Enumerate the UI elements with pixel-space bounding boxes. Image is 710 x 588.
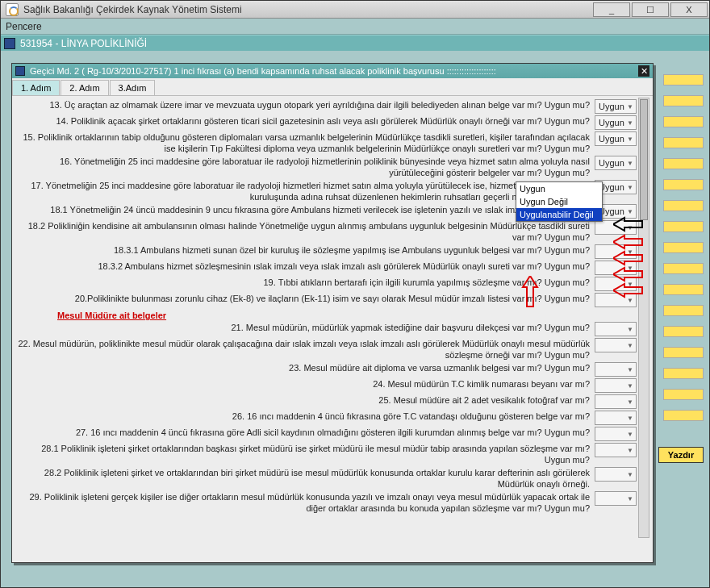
dropdown-option-uygun[interactable]: Uygun [516, 182, 602, 195]
tab-1[interactable]: 1. Adım [12, 80, 60, 95]
chevron-down-icon: ▼ [626, 341, 634, 349]
tab-3[interactable]: 3.Adım [110, 80, 156, 95]
dropdown-option-uygun-degil[interactable]: Uygun Değil [516, 195, 602, 208]
answer-select[interactable]: Uygun▼ [595, 99, 637, 114]
answer-select[interactable]: ▼ [595, 362, 637, 377]
bg-field [663, 95, 704, 106]
question-row: 25. Mesul müdüre ait 2 adet vesikalık fo… [17, 394, 637, 409]
annotation-arrow-red [613, 250, 644, 266]
question-text: 18.1 Yönetmeliğin 24 üncü maddesinin 9 u… [17, 204, 595, 215]
annotation-arrow-black [613, 216, 644, 232]
select-value: Uygun [599, 134, 624, 144]
chevron-down-icon: ▼ [626, 430, 634, 438]
answer-select[interactable]: Uygun▼ [595, 156, 637, 170]
question-row: 21. Mesul müdürün, müdürlük yapmak isted… [17, 322, 637, 336]
chevron-down-icon: ▼ [626, 183, 634, 191]
bg-field [663, 347, 704, 358]
svg-marker-3 [613, 268, 642, 281]
chevron-down-icon: ▼ [626, 207, 634, 215]
question-text: 18.2 Polikliniğin kendisine ait ambulans… [17, 220, 595, 243]
chevron-down-icon: ▼ [626, 398, 634, 406]
bg-field [663, 368, 704, 379]
subwindow-icon [4, 38, 15, 49]
bg-field [663, 305, 704, 316]
answer-select[interactable]: ▼ [595, 378, 637, 393]
chevron-down-icon: ▼ [626, 325, 634, 333]
bg-field [663, 242, 704, 253]
minimize-button[interactable]: _ [593, 2, 630, 17]
dialog-icon [15, 66, 25, 76]
menu-pencere[interactable]: Pencere [6, 21, 42, 32]
chevron-down-icon: ▼ [626, 494, 634, 503]
java-icon [6, 3, 19, 16]
bg-field [663, 179, 704, 190]
svg-marker-5 [523, 276, 537, 307]
bg-field [663, 116, 704, 127]
question-text: 28.1 Poliklinik işleteni şirket ortaklar… [17, 443, 595, 465]
question-text: 21. Mesul müdürün, müdürlük yapmak isted… [17, 322, 595, 333]
bg-field [663, 263, 704, 274]
bg-field [663, 158, 704, 169]
question-row: 28.1 Poliklinik işleteni şirket ortaklar… [17, 443, 637, 465]
dialog-close-button[interactable]: ✕ [638, 65, 649, 77]
dropdown-option-uygulanabilir-degil[interactable]: Uygulanabilir Değil [516, 208, 602, 221]
question-text: 18.3.1 Ambulans hizmeti sunan özel bir k… [17, 244, 595, 256]
chevron-down-icon: ▼ [626, 414, 634, 422]
question-row: 22. Mesul müdürün, poliklinikte mesul mü… [17, 338, 637, 361]
chevron-down-icon: ▼ [626, 102, 634, 111]
question-row: 29. Poliklinik işleteni gerçek kişiler i… [17, 491, 637, 514]
chevron-down-icon: ▼ [626, 119, 634, 127]
question-row: 16. Yönetmeliğin 25 inci maddesine göre … [17, 156, 637, 178]
question-text: 16. Yönetmeliğin 25 inci maddesine göre … [17, 156, 595, 178]
question-text: 17. Yönetmeliğin 25 inci maddesine göre … [17, 180, 595, 202]
answer-select[interactable]: ▼ [595, 338, 637, 352]
select-value: Uygun [599, 158, 624, 168]
question-row: 24. Mesul müdürün T.C kimlik numarası be… [17, 378, 637, 393]
question-row: 18.3.1 Ambulans hizmeti sunan özel bir k… [17, 244, 637, 259]
question-text: 24. Mesul müdürün T.C kimlik numarası be… [17, 378, 595, 390]
question-text: 22. Mesul müdürün, poliklinikte mesul mü… [17, 338, 595, 361]
dropdown-list[interactable]: Uygun Uygun Değil Uygulanabilir Değil [516, 181, 603, 222]
dialog-title: Geçici Md. 2 ( Rg-10/3/2010-27517) 1 inc… [30, 66, 496, 76]
scroll-thumb[interactable] [640, 99, 648, 220]
question-text: 18.3.2 Ambulans hizmet sözleşmesinin ısl… [17, 261, 595, 272]
dialog-title-bar: Geçici Md. 2 ( Rg-10/3/2010-27517) 1 inc… [12, 64, 653, 78]
question-row: 14. Poliklinik açacak şirket ortaklarını… [17, 115, 637, 130]
tabs: 1. Adım 2. Adım 3.Adım [12, 80, 653, 96]
answer-select[interactable]: ▼ [595, 322, 637, 336]
answer-select[interactable]: Uygun▼ [595, 115, 637, 130]
question-text: 14. Poliklinik açacak şirket ortaklarını… [17, 115, 595, 127]
question-row: 26. 16 ıncı maddenin 4 üncü fıkrasına gö… [17, 411, 637, 425]
answer-select[interactable]: ▼ [595, 443, 637, 457]
svg-marker-1 [613, 236, 642, 248]
chevron-down-icon: ▼ [626, 159, 634, 167]
subwindow-title-bar: 531954 - LİNYA POLİKLİNİĞİ [1, 35, 709, 51]
question-row: 18.2 Polikliniğin kendisine ait ambulans… [17, 220, 637, 243]
answer-select[interactable]: ▼ [595, 394, 637, 409]
select-value: Uygun [599, 102, 624, 111]
subwindow-title: 531954 - LİNYA POLİKLİNİĞİ [20, 38, 147, 49]
answer-select[interactable]: ▼ [595, 491, 637, 506]
chevron-down-icon: ▼ [626, 446, 634, 454]
question-row: 23. Mesul müdüre ait diploma ve varsa uz… [17, 362, 637, 377]
question-row: 28.2 Poliklinik işleteni şirket ve ortak… [17, 467, 637, 490]
annotation-arrow-red [613, 282, 644, 298]
menu-bar: Pencere [1, 19, 709, 35]
question-text: 27. 16 ıncı maddenin 4 üncü fıkrasına gö… [17, 427, 595, 438]
answer-select[interactable]: ▼ [595, 427, 637, 441]
close-window-button[interactable]: X [670, 2, 708, 17]
question-row: 27. 16 ıncı maddenin 4 üncü fıkrasına gö… [17, 427, 637, 441]
form-body: 13. Üç araçtan az olmamak üzere imar ve … [17, 98, 637, 538]
select-value: Uygun [599, 118, 624, 127]
answer-select[interactable]: ▼ [595, 467, 637, 482]
question-text: 13. Üç araçtan az olmamak üzere imar ve … [17, 99, 595, 111]
question-text: 29. Poliklinik işleteni gerçek kişiler i… [17, 491, 595, 514]
answer-select[interactable]: Uygun▼ [595, 131, 637, 146]
chevron-down-icon: ▼ [626, 135, 634, 143]
answer-select[interactable]: ▼ [595, 411, 637, 425]
question-text: 26. 16 ıncı maddenin 4 üncü fıkrasına gö… [17, 411, 595, 422]
print-button[interactable]: Yazdır [658, 447, 704, 463]
tab-2[interactable]: 2. Adım [61, 80, 108, 95]
maximize-button[interactable]: ☐ [632, 2, 669, 17]
dialog-scrollbar[interactable] [638, 98, 649, 538]
